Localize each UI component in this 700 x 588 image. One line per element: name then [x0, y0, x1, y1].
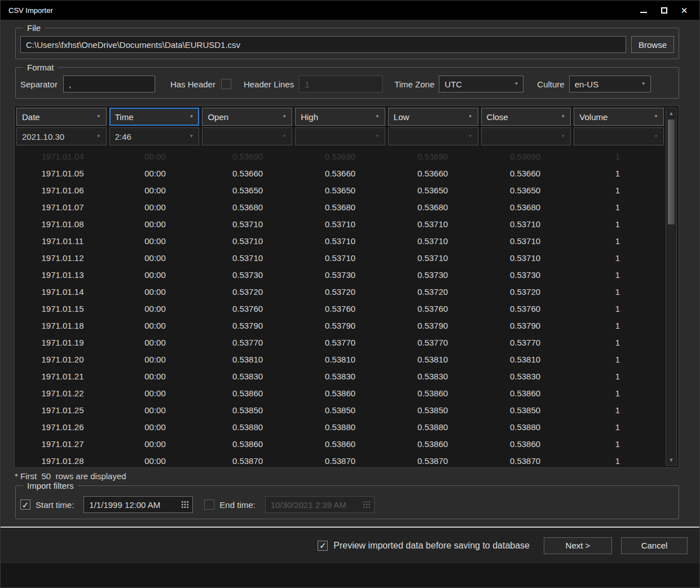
mapping-select[interactable]: ▼ [574, 127, 664, 145]
column-select-value: Time [115, 112, 134, 122]
table-cell: 0.53720 [386, 287, 479, 297]
column-select-time[interactable]: Time▼ [109, 108, 200, 126]
end-time-checkbox[interactable] [204, 499, 214, 510]
table-cell: 1971.01.04 [16, 152, 109, 161]
mapping-select[interactable]: ▼ [481, 127, 571, 145]
column-select-date[interactable]: Date▼ [16, 108, 107, 126]
table-row[interactable]: 1971.01.0500:000.536600.536600.536600.53… [16, 165, 664, 182]
table-row[interactable]: 1971.01.1500:000.537600.537600.537600.53… [16, 300, 664, 317]
table-cell: 0.53760 [201, 304, 294, 313]
table-cell: 00:00 [109, 304, 201, 313]
column-select-close[interactable]: Close▼ [481, 108, 571, 126]
table-cell: 0.53710 [201, 253, 294, 263]
table-row[interactable]: 1971.01.1200:000.537100.537100.537100.53… [16, 249, 664, 266]
table-data-viewport[interactable]: 1971.01.0400:000.536900.536900.536900.53… [16, 148, 664, 466]
chevron-down-icon: ▼ [561, 114, 565, 119]
chevron-down-icon: ▼ [190, 114, 194, 119]
table-row[interactable]: 1971.01.2600:000.538800.538800.538800.53… [16, 418, 664, 435]
calendar-grid-icon[interactable] [182, 501, 188, 508]
column-select-high[interactable]: High▼ [295, 108, 385, 126]
table-cell: 00:00 [109, 219, 201, 229]
maximize-button[interactable] [655, 3, 672, 17]
table-cell: 0.53680 [294, 202, 386, 212]
table-cell: 00:00 [109, 185, 201, 195]
table-cell: 0.53860 [386, 388, 479, 398]
browse-button[interactable]: Browse [631, 36, 674, 53]
column-select-volume[interactable]: Volume▼ [574, 108, 664, 126]
table-cell: 1 [571, 338, 664, 347]
chevron-down-icon: ▼ [282, 114, 287, 119]
table-cell: 0.53650 [479, 185, 571, 195]
table-row[interactable]: 1971.01.2700:000.538600.538600.538600.53… [16, 435, 664, 452]
table-cell: 0.53810 [201, 355, 294, 364]
separator-label: Separator [20, 79, 58, 89]
start-time-value: 1/1/1999 12:00 AM [89, 500, 182, 510]
cancel-button[interactable]: Cancel [621, 537, 688, 554]
table-row[interactable]: 1971.01.2500:000.538500.538500.538500.53… [16, 401, 664, 418]
table-cell: 0.53770 [386, 338, 479, 347]
mapping-select[interactable]: 2021.10.30▼ [16, 127, 107, 145]
vertical-scrollbar[interactable]: ▲ ▼ [666, 108, 677, 466]
start-time-checkbox[interactable]: ✓ [20, 499, 30, 510]
minimize-button[interactable] [635, 3, 652, 17]
mapping-select[interactable]: ▼ [388, 127, 478, 145]
table-row[interactable]: 1971.01.0400:000.536900.536900.536900.53… [16, 148, 664, 165]
end-time-label: End time: [219, 500, 255, 510]
table-cell: 1971.01.14 [16, 287, 109, 297]
table-cell: 0.53770 [294, 338, 386, 347]
table-cell: 1971.01.06 [16, 185, 109, 195]
table-row[interactable]: 1971.01.0800:000.537100.537100.537100.53… [16, 215, 664, 232]
table-row[interactable]: 1971.01.1400:000.537200.537200.537200.53… [16, 283, 664, 300]
chevron-down-icon: ▼ [468, 114, 473, 119]
mapping-select[interactable]: 2:46▼ [109, 127, 200, 145]
table-row[interactable]: 1971.01.1300:000.537300.537300.537300.53… [16, 266, 664, 283]
table-row[interactable]: 1971.01.2800:000.538700.538700.538700.53… [16, 452, 664, 466]
chevron-down-icon: ▼ [654, 114, 658, 119]
table-cell: 1971.01.27 [16, 439, 109, 449]
chevron-down-icon: ▼ [375, 134, 380, 139]
table-row[interactable]: 1971.01.1100:000.537100.537100.537100.53… [16, 232, 664, 249]
table-row[interactable]: 1971.01.2100:000.538300.538300.538300.53… [16, 368, 664, 384]
table-cell: 1 [571, 372, 664, 381]
mapping-select[interactable]: ▼ [202, 127, 292, 145]
format-group-label: Format [23, 63, 58, 72]
separator-input[interactable]: , [63, 76, 155, 92]
table-cell: 1 [571, 202, 664, 212]
table-cell: 1971.01.26 [16, 422, 109, 432]
table-row[interactable]: 1971.01.0600:000.536500.536500.536500.53… [16, 182, 664, 198]
table-cell: 00:00 [109, 202, 201, 212]
table-cell: 00:00 [109, 169, 201, 178]
file-path-input[interactable]: C:\Users\fxhst\OneDrive\Documents\Data\E… [20, 36, 626, 53]
culture-select[interactable]: en-US ▼ [569, 76, 651, 92]
close-button[interactable]: ✕ [676, 3, 693, 17]
title-bar: CSV Importer ✕ [1, 1, 699, 20]
scroll-up-icon[interactable]: ▲ [669, 108, 674, 118]
end-time-input[interactable]: 10/30/2021 2:39 AM [265, 496, 375, 513]
table-row[interactable]: 1971.01.2000:000.538100.538100.538100.53… [16, 351, 664, 368]
column-select-low[interactable]: Low▼ [388, 108, 478, 126]
table-row[interactable]: 1971.01.0700:000.536800.536800.536800.53… [16, 198, 664, 215]
table-row[interactable]: 1971.01.2200:000.538600.538600.538600.53… [16, 384, 664, 401]
time-zone-select[interactable]: UTC ▼ [439, 76, 523, 92]
table-cell: 00:00 [109, 152, 201, 161]
column-select-value: Volume [579, 112, 607, 122]
has-header-checkbox[interactable] [221, 79, 231, 89]
next-button[interactable]: Next > [544, 537, 612, 554]
table-cell: 0.53870 [294, 456, 386, 466]
scroll-down-icon[interactable]: ▼ [669, 455, 674, 465]
table-row[interactable]: 1971.01.1800:000.537900.537900.537900.53… [16, 317, 664, 334]
header-lines-input[interactable]: 1 [299, 76, 382, 92]
chevron-down-icon: ▼ [514, 82, 518, 86]
column-select-open[interactable]: Open▼ [202, 108, 292, 126]
table-cell: 0.53830 [201, 372, 294, 381]
table-cell: 1 [571, 185, 664, 195]
table-row[interactable]: 1971.01.1900:000.537700.537700.537700.53… [16, 334, 664, 351]
bottom-bar: ✓ Preview imported data before saving to… [1, 528, 699, 563]
table-cell: 00:00 [109, 439, 201, 449]
scrollbar-thumb[interactable] [668, 120, 675, 224]
start-time-input[interactable]: 1/1/1999 12:00 AM [83, 496, 193, 513]
table-cell: 1 [571, 321, 664, 330]
mapping-select[interactable]: ▼ [295, 127, 385, 145]
preview-checkbox[interactable]: ✓ [318, 541, 328, 551]
table-cell: 1971.01.05 [16, 169, 109, 178]
